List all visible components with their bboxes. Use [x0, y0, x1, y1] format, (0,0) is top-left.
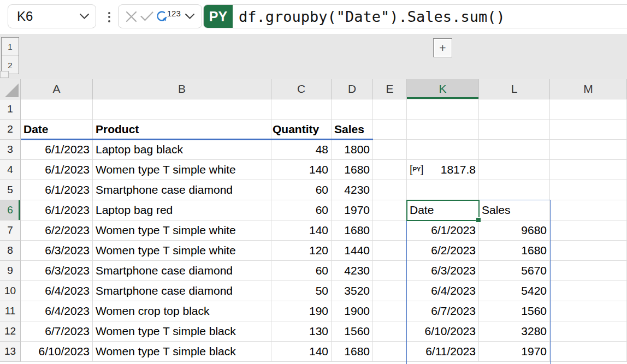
python-output-convert-icon[interactable]: 123	[157, 10, 182, 22]
row-header-13[interactable]: 13	[0, 342, 21, 362]
cell-M4[interactable]	[550, 160, 627, 180]
cell-K5[interactable]	[407, 180, 479, 200]
cell-C2-header[interactable]: Quantity	[271, 120, 332, 140]
cell-E3[interactable]	[373, 140, 407, 160]
cell-L8[interactable]: 1680	[479, 241, 550, 261]
cell-M12[interactable]	[550, 321, 627, 342]
cell-K4-python-object[interactable]: PY 1817.8	[407, 160, 479, 180]
col-header-L[interactable]: L	[479, 79, 550, 99]
cell-B7[interactable]: Women type T simple white	[93, 220, 271, 241]
name-box[interactable]: K6	[8, 4, 96, 28]
chevron-down-icon[interactable]	[80, 14, 89, 19]
cell-B9[interactable]: Smartphone case diamond	[93, 261, 271, 281]
cell-L6[interactable]: Sales	[479, 200, 550, 220]
cell-L9[interactable]: 5670	[479, 261, 550, 281]
cell-L11[interactable]: 1560	[479, 301, 550, 321]
cell-M13[interactable]	[550, 342, 627, 362]
cell-M9[interactable]	[550, 261, 627, 281]
cell-D1[interactable]	[332, 99, 373, 120]
cell-M6[interactable]	[550, 200, 627, 220]
col-header-M[interactable]: M	[550, 79, 627, 99]
cell-C11[interactable]: 190	[271, 301, 332, 321]
row-header-3[interactable]: 3	[0, 140, 21, 160]
cell-E2[interactable]	[373, 120, 407, 140]
cell-L2[interactable]	[479, 120, 550, 140]
row-header-12[interactable]: 12	[0, 321, 21, 342]
cell-E12[interactable]	[373, 321, 407, 342]
cell-C6[interactable]: 60	[271, 200, 332, 220]
cell-K10[interactable]: 6/4/2023	[407, 281, 479, 301]
cell-B11[interactable]: Women crop top black	[93, 301, 271, 321]
cell-C9[interactable]: 60	[271, 261, 332, 281]
cell-D5[interactable]: 4230	[332, 180, 373, 200]
cell-B4[interactable]: Women type T simple white	[93, 160, 271, 180]
row-header-1[interactable]: 1	[0, 99, 21, 120]
cell-A8[interactable]: 6/3/2023	[21, 241, 93, 261]
cell-K1[interactable]	[407, 99, 479, 120]
row-header-10[interactable]: 10	[0, 281, 21, 301]
cell-K8[interactable]: 6/2/2023	[407, 241, 479, 261]
more-options-icon[interactable]	[107, 9, 112, 25]
cell-M5[interactable]	[550, 180, 627, 200]
cell-A9[interactable]: 6/3/2023	[21, 261, 93, 281]
row-header-8[interactable]: 8	[0, 241, 21, 261]
cell-M3[interactable]	[550, 140, 627, 160]
cell-L3[interactable]	[479, 140, 550, 160]
cell-B13[interactable]: Women type T simple black	[93, 342, 271, 362]
cell-C3[interactable]: 48	[271, 140, 332, 160]
cell-E1[interactable]	[373, 99, 407, 120]
cell-D6[interactable]: 1970	[332, 200, 373, 220]
cell-M8[interactable]	[550, 241, 627, 261]
cell-D4[interactable]: 1680	[332, 160, 373, 180]
cell-M2[interactable]	[550, 120, 627, 140]
cell-A12[interactable]: 6/7/2023	[21, 321, 93, 342]
cell-B3[interactable]: Laptop bag black	[93, 140, 271, 160]
cell-A4[interactable]: 6/1/2023	[21, 160, 93, 180]
cell-E10[interactable]	[373, 281, 407, 301]
cell-C7[interactable]: 140	[271, 220, 332, 241]
cell-K12[interactable]: 6/10/2023	[407, 321, 479, 342]
cell-K9[interactable]: 6/3/2023	[407, 261, 479, 281]
cell-E6[interactable]	[373, 200, 407, 220]
cell-E11[interactable]	[373, 301, 407, 321]
formula-text[interactable]: df.groupby("Date").Sales.sum()	[239, 8, 505, 25]
cell-D3[interactable]: 1800	[332, 140, 373, 160]
col-header-B[interactable]: B	[93, 79, 271, 99]
cell-A5[interactable]: 6/1/2023	[21, 180, 93, 200]
cell-B5[interactable]: Smartphone case diamond	[93, 180, 271, 200]
cancel-icon[interactable]	[126, 11, 137, 22]
cell-B6[interactable]: Laptop bag red	[93, 200, 271, 220]
cell-A11[interactable]: 6/4/2023	[21, 301, 93, 321]
cell-A13[interactable]: 6/10/2023	[21, 342, 93, 362]
cell-M1[interactable]	[550, 99, 627, 120]
cell-C10[interactable]: 50	[271, 281, 332, 301]
cell-A1[interactable]	[21, 99, 93, 120]
select-all-button[interactable]	[0, 79, 21, 99]
cell-L1[interactable]	[479, 99, 550, 120]
cell-K13[interactable]: 6/11/2023	[407, 342, 479, 362]
cell-L10[interactable]: 5420	[479, 281, 550, 301]
cell-C8[interactable]: 120	[271, 241, 332, 261]
chevron-down-icon[interactable]	[185, 14, 194, 19]
cell-D10[interactable]: 3520	[332, 281, 373, 301]
row-header-7[interactable]: 7	[0, 220, 21, 241]
cell-E13[interactable]	[373, 342, 407, 362]
row-header-9[interactable]: 9	[0, 261, 21, 281]
cell-D12[interactable]: 1560	[332, 321, 373, 342]
cell-E7[interactable]	[373, 220, 407, 241]
cell-K6-active[interactable]: Date	[407, 200, 479, 220]
cell-D7[interactable]: 1680	[332, 220, 373, 241]
row-header-6-selected[interactable]: 6	[0, 200, 21, 220]
row-header-4[interactable]: 4	[0, 160, 21, 180]
cell-C13[interactable]: 140	[271, 342, 332, 362]
col-header-D[interactable]: D	[332, 79, 373, 99]
cell-L5[interactable]	[479, 180, 550, 200]
cell-L12[interactable]: 3280	[479, 321, 550, 342]
cell-B12[interactable]: Women type T simple black	[93, 321, 271, 342]
cell-E8[interactable]	[373, 241, 407, 261]
cell-C4[interactable]: 140	[271, 160, 332, 180]
cell-D2-header[interactable]: Sales	[332, 120, 373, 140]
cell-B8[interactable]: Women type T simple white	[93, 241, 271, 261]
enter-check-icon[interactable]	[140, 11, 153, 21]
cell-C5[interactable]: 60	[271, 180, 332, 200]
